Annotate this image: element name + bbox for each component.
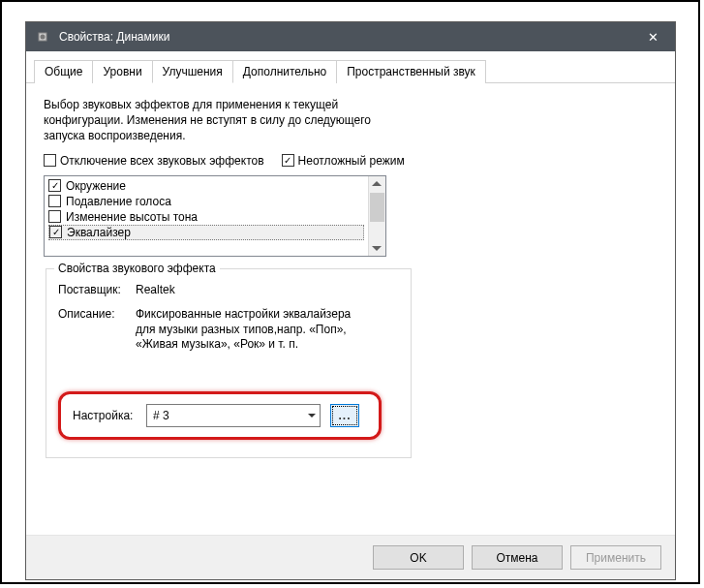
description-text: Выбор звуковых эффектов для применения к… [44,97,373,144]
speaker-icon [36,29,51,45]
close-button[interactable]: ✕ [631,22,675,51]
effect-label: Окружение [66,179,126,193]
dialog-footer: OK Отмена Применить [26,535,675,579]
window-title: Свойства: Динамики [59,30,631,44]
cancel-button[interactable]: Отмена [472,545,563,570]
checkbox-icon [44,154,56,167]
effect-label: Подавление голоса [66,195,171,208]
checkbox-icon: ✓ [48,179,61,192]
setting-row-highlight: Настройка: # 3 ... [58,391,382,440]
tab-levels[interactable]: Уровни [92,60,152,83]
immediate-mode-label: Неотложный режим [298,154,405,168]
tab-strip: Общие Уровни Улучшения Дополнительно Про… [26,51,675,83]
setting-label: Настройка: [73,409,137,422]
close-icon: ✕ [648,30,658,45]
effect-label: Эквалайзер [67,226,131,239]
ellipsis-icon: ... [338,409,351,422]
effect-item-surround[interactable]: ✓ Окружение [48,178,364,194]
disable-all-label: Отключение всех звуковых эффектов [60,154,264,168]
effect-properties-group: Свойства звукового эффекта Поставщик: Re… [46,268,412,458]
scrollbar-thumb[interactable] [370,193,384,222]
effects-listbox[interactable]: ✓ Окружение Подавление голоса Изменение … [44,175,386,257]
tab-panel-enhancements: Выбор звуковых эффектов для применения к… [26,83,675,535]
apply-button[interactable]: Применить [570,545,661,570]
tab-general[interactable]: Общие [34,60,93,83]
checkbox-icon [48,210,61,223]
ok-button[interactable]: OK [373,545,464,570]
effect-item-equalizer[interactable]: ✓ Эквалайзер [48,225,364,240]
scrollbar[interactable] [368,176,385,256]
desc-value: Фиксированные настройки эквалайзера для … [136,307,358,353]
group-title: Свойства звукового эффекта [54,262,220,275]
immediate-mode-checkbox[interactable]: ✓ Неотложный режим [282,154,405,168]
disable-all-effects-checkbox[interactable]: Отключение всех звуковых эффектов [44,154,264,168]
effect-label: Изменение высоты тона [66,210,198,224]
effect-item-pitch-shift[interactable]: Изменение высоты тона [48,209,364,225]
tab-enhancements[interactable]: Улучшения [152,60,233,83]
tab-spatial[interactable]: Пространственный звук [336,60,486,83]
titlebar[interactable]: Свойства: Динамики ✕ [26,22,675,51]
effect-item-voice-cancel[interactable]: Подавление голоса [48,194,364,209]
provider-label: Поставщик: [58,283,136,298]
svg-point-1 [41,35,46,40]
provider-value: Realtek [136,283,358,298]
desc-label: Описание: [58,307,136,353]
checkbox-icon [48,195,61,207]
setting-more-button[interactable]: ... [330,404,359,427]
chevron-down-icon [308,414,316,418]
checkbox-icon: ✓ [282,154,294,167]
properties-dialog: Свойства: Динамики ✕ Общие Уровни Улучше… [25,21,676,580]
setting-dropdown[interactable]: # 3 [146,404,321,427]
tab-advanced[interactable]: Дополнительно [232,60,337,83]
checkbox-icon: ✓ [49,226,62,238]
setting-value: # 3 [153,409,169,422]
